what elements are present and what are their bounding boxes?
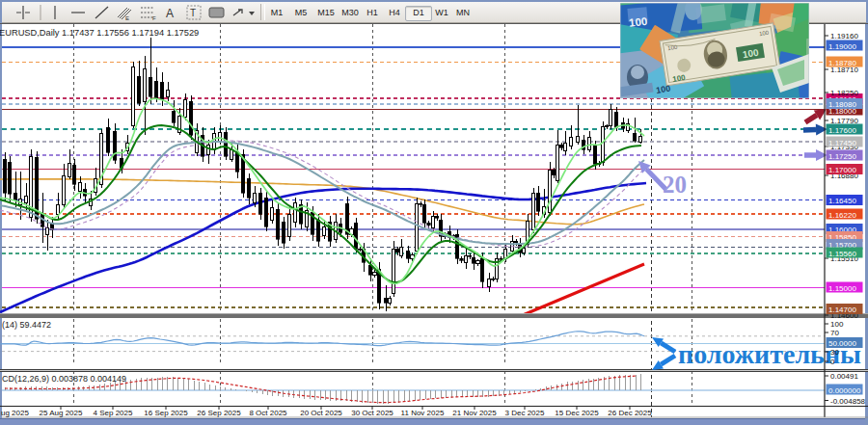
- svg-text:25 Aug 2025: 25 Aug 2025: [40, 409, 83, 417]
- svg-text:15 Dec 2025: 15 Dec 2025: [555, 409, 599, 417]
- svg-text:1.14700: 1.14700: [828, 305, 856, 314]
- svg-text:1.19000: 1.19000: [828, 42, 856, 51]
- svg-text:8 Oct 2025: 8 Oct 2025: [249, 409, 287, 417]
- svg-text:20 Oct 2025: 20 Oct 2025: [300, 409, 342, 417]
- svg-text:11 Nov 2025: 11 Nov 2025: [401, 409, 445, 417]
- svg-text:100: 100: [629, 15, 648, 29]
- svg-text:CD(12,26,9) 0.003878 0.004149: CD(12,26,9) 0.003878 0.004149: [2, 374, 126, 384]
- svg-text:16 Sep 2025: 16 Sep 2025: [144, 409, 188, 417]
- svg-text:50.0000: 50.0000: [828, 339, 856, 348]
- svg-text:30: 30: [830, 348, 839, 357]
- svg-text:1.17000: 1.17000: [828, 166, 856, 174]
- svg-text:1.16220: 1.16220: [828, 211, 856, 220]
- svg-text:1.18780: 1.18780: [828, 59, 856, 67]
- svg-text:0.00491: 0.00491: [830, 372, 858, 381]
- svg-text:0: 0: [830, 358, 835, 366]
- svg-text:1.15000: 1.15000: [828, 284, 856, 293]
- svg-text:20: 20: [663, 172, 687, 198]
- svg-text:1.19160: 1.19160: [830, 32, 858, 40]
- svg-text:26 Dec 2025: 26 Dec 2025: [608, 409, 652, 417]
- svg-text:1.16450: 1.16450: [828, 197, 856, 205]
- svg-text:1.17600: 1.17600: [828, 126, 856, 135]
- svg-text:70: 70: [830, 329, 839, 337]
- svg-text:(14) 59.4472: (14) 59.4472: [2, 320, 51, 330]
- svg-text:30 Oct 2025: 30 Oct 2025: [351, 409, 393, 417]
- svg-text:ug 2025: ug 2025: [1, 409, 29, 417]
- svg-text:0.000000: 0.000000: [828, 386, 861, 395]
- svg-text:4 Sep 2025: 4 Sep 2025: [94, 409, 133, 417]
- svg-text:26 Sep 2025: 26 Sep 2025: [197, 409, 241, 417]
- svg-text:1.18250: 1.18250: [830, 89, 858, 97]
- svg-text:1.17450: 1.17450: [828, 139, 856, 147]
- svg-text:21 Nov 2025: 21 Nov 2025: [452, 409, 497, 417]
- svg-text:1.17250: 1.17250: [828, 152, 856, 161]
- svg-text:-0.004858: -0.004858: [830, 397, 866, 406]
- svg-text:EURUSD,Daily 1.17437 1.17556: EURUSD,Daily 1.17437 1.17556 1.17194 1.1…: [0, 28, 199, 38]
- svg-text:100: 100: [830, 320, 844, 329]
- svg-text:1.18080: 1.18080: [828, 100, 856, 109]
- svg-text:1.15560: 1.15560: [828, 250, 856, 258]
- svg-text:3 Dec 2025: 3 Dec 2025: [505, 409, 545, 417]
